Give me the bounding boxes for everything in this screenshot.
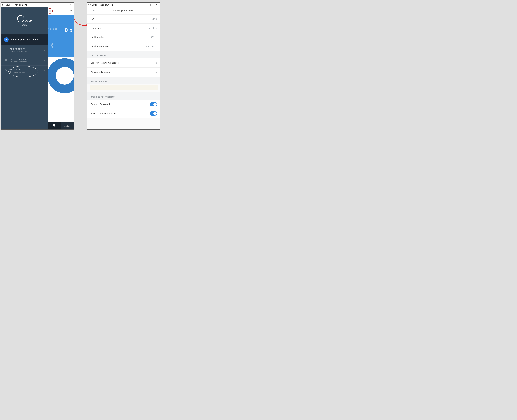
row-label: Attestor addresses <box>91 71 154 74</box>
logo: byte <box>17 15 32 22</box>
sidebar-item-label: SETTINGS <box>10 68 42 70</box>
chevron-right-icon: › <box>156 26 157 30</box>
close-window-button[interactable]: ✕ <box>68 3 73 7</box>
row-attestor-addresses[interactable]: Attestor addresses › <box>87 68 160 77</box>
peek-gb-amount: 798 GB <box>46 27 59 31</box>
logo-word: byte <box>25 18 32 22</box>
device-address-value <box>90 85 158 90</box>
row-label: Unit for blackbytes <box>91 45 142 48</box>
account-name: Small Expenses Account <box>11 38 38 41</box>
chevron-right-icon: › <box>156 61 157 65</box>
row-unit-blackbytes[interactable]: Unit for blackbytes blackbytes › <box>87 42 160 51</box>
section-device-address: DEVICE ADDRESS <box>87 77 160 84</box>
window-title: Obyte — smart payments <box>6 4 57 6</box>
peek-header: ☰ Sm <box>47 7 74 15</box>
toggle-request-password[interactable] <box>150 102 157 106</box>
toggle-spend-unconfirmed[interactable] <box>150 112 157 115</box>
hamburger-icon[interactable]: ☰ <box>47 8 53 14</box>
row-order-providers[interactable]: Order Providers (Witnesses) › <box>87 58 160 68</box>
tab-receive[interactable]: RECEIVE <box>61 122 74 129</box>
maximize-button[interactable]: ▢ <box>62 3 68 7</box>
row-value: English <box>147 27 154 30</box>
row-label: Order Providers (Witnesses) <box>91 62 154 64</box>
titlebar-right: Obyte — smart payments — ▢ ✕ <box>87 3 160 7</box>
sidebar-item-label: PAIRED DEVICES <box>10 58 42 60</box>
account-avatar: S <box>4 37 9 42</box>
logo-area: byte v4.0.0 light <box>1 7 48 34</box>
row-label: Unit for bytes <box>91 36 150 39</box>
main-screen-peek: ☰ Sm 798 GB 0 b ‹ HOME RECEIVE <box>47 7 74 129</box>
bottom-tabbar: HOME RECEIVE <box>47 122 74 129</box>
balance-card: 798 GB 0 b ‹ <box>47 15 74 57</box>
close-window-button[interactable]: ✕ <box>154 3 159 7</box>
download-icon <box>66 124 69 126</box>
window-right: Obyte — smart payments — ▢ ✕ Close Globa… <box>87 2 161 129</box>
window-left: Obyte — smart payments — ▢ ✕ ☰ Sm 798 GB… <box>1 2 74 129</box>
account-row[interactable]: S Small Expenses Account <box>1 34 48 45</box>
row-language[interactable]: Language English › <box>87 23 160 33</box>
app-icon <box>88 4 91 6</box>
sidebar-item-sub: Co-signers for multisig <box>10 61 42 63</box>
chevron-right-icon: › <box>44 59 45 62</box>
chevron-right-icon: › <box>156 45 157 48</box>
sidebar-item-sub: Global preferences <box>10 71 42 73</box>
sidebar-item-paired-devices[interactable]: PAIRED DEVICES Co-signers for multisig › <box>1 55 48 66</box>
donut-chart <box>47 58 74 93</box>
row-spend-unconfirmed: Spend unconfirmed funds <box>87 109 160 118</box>
chevron-right-icon: › <box>156 36 157 39</box>
gear-icon <box>4 69 8 72</box>
minimize-button[interactable]: — <box>57 3 62 7</box>
preferences-body[interactable]: TOR Off › Language English › Unit for by… <box>87 14 160 129</box>
row-label: Request Password <box>91 103 148 106</box>
row-label: Language <box>91 27 145 30</box>
peek-header-text: Sm <box>68 10 72 13</box>
maximize-button[interactable]: ▢ <box>148 3 154 7</box>
row-value: blackbytes <box>144 45 154 48</box>
row-request-password: Request Password <box>87 100 160 109</box>
page-title: Global preferences <box>87 9 160 12</box>
chevron-right-icon: › <box>156 17 157 21</box>
sidebar-item-add-account[interactable]: ADD ACCOUNT Create a new account › <box>1 45 48 55</box>
sidebar-item-settings[interactable]: SETTINGS Global preferences › <box>1 66 48 76</box>
logo-circle-icon <box>17 15 24 22</box>
chevron-right-icon: › <box>44 49 45 52</box>
home-icon <box>53 124 55 126</box>
app-version: v4.0.0 light <box>21 24 28 26</box>
titlebar-left: Obyte — smart payments — ▢ ✕ <box>1 3 74 7</box>
tab-home[interactable]: HOME <box>47 122 61 129</box>
tab-receive-label: RECEIVE <box>64 126 70 128</box>
sidebar-item-label: ADD ACCOUNT <box>10 48 42 50</box>
row-label: Spend unconfirmed funds <box>91 112 148 115</box>
chevron-right-icon: › <box>44 69 45 72</box>
left-body: ☰ Sm 798 GB 0 b ‹ HOME RECEIVE <box>1 7 74 129</box>
tab-home-label: HOME <box>52 126 56 128</box>
plus-icon <box>4 49 8 52</box>
annotation-arrow <box>73 18 89 29</box>
minimize-button[interactable]: — <box>143 3 148 7</box>
window-title: Obyte — smart payments <box>92 4 143 6</box>
laptop-icon <box>4 59 8 62</box>
sidebar-item-sub: Create a new account <box>10 51 42 52</box>
chevron-right-icon: › <box>156 70 157 74</box>
peek-balance: 0 b <box>65 27 73 33</box>
prev-chevron-icon[interactable]: ‹ <box>51 38 54 51</box>
row-unit-bytes[interactable]: Unit for bytes GB › <box>87 33 160 42</box>
row-label: TOR <box>91 18 150 20</box>
section-trusted-nodes: TRUSTED NODES <box>87 51 160 58</box>
section-spending-restrictions: SPENDING RESTRICTIONS <box>87 92 160 100</box>
app-icon <box>2 4 4 6</box>
row-value: Off <box>151 18 154 20</box>
close-button[interactable]: Close <box>90 9 96 12</box>
preferences-header: Close Global preferences <box>87 7 160 14</box>
row-value: GB <box>151 36 154 39</box>
row-tor[interactable]: TOR Off › <box>87 14 160 23</box>
sidebar: byte v4.0.0 light S Small Expenses Accou… <box>1 7 48 129</box>
